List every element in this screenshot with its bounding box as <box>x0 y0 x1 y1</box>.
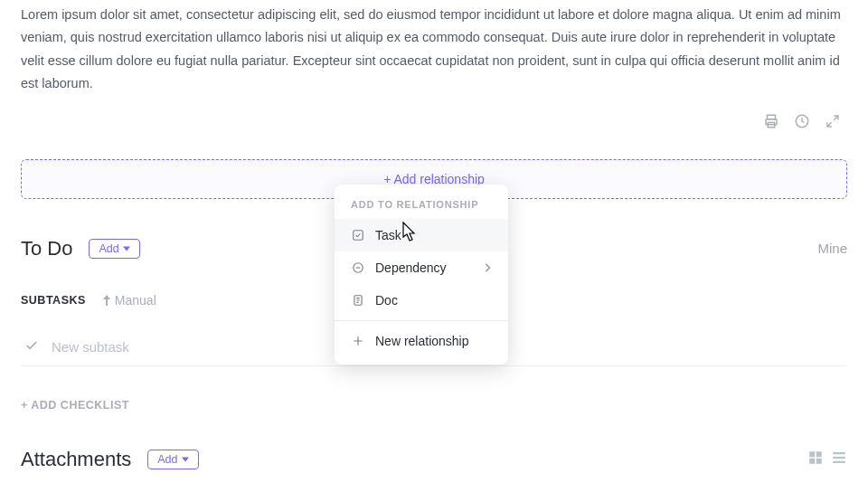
dropdown-header: ADD TO RELATIONSHIP <box>335 192 508 219</box>
todo-section-title: To Do <box>21 237 72 260</box>
dropdown-item-task-label: Task <box>375 228 401 242</box>
svg-rect-9 <box>833 456 845 458</box>
list-view-icon[interactable] <box>831 450 847 469</box>
todo-add-label: Add <box>99 242 118 255</box>
print-icon[interactable] <box>762 112 780 130</box>
arrow-up-icon <box>102 295 111 306</box>
attachments-add-button[interactable]: Add <box>147 450 198 469</box>
dependency-icon <box>351 261 364 275</box>
dropdown-item-doc[interactable]: Doc <box>335 284 508 317</box>
task-icon <box>351 229 364 242</box>
dropdown-item-dependency-label: Dependency <box>375 260 447 275</box>
svg-rect-8 <box>833 452 845 454</box>
grid-view-icon[interactable] <box>807 450 824 469</box>
task-description: Lorem ipsum dolor sit amet, consectetur … <box>21 4 847 96</box>
svg-rect-7 <box>816 458 822 463</box>
history-icon[interactable] <box>793 112 811 130</box>
doc-icon <box>351 294 364 308</box>
svg-rect-4 <box>809 451 815 457</box>
sort-manual[interactable]: Manual <box>102 293 156 308</box>
attachments-section-title: Attachments <box>21 448 131 471</box>
svg-rect-10 <box>833 460 845 462</box>
chevron-down-icon <box>182 456 189 463</box>
expand-icon[interactable] <box>824 112 842 130</box>
todo-add-button[interactable]: Add <box>89 239 139 259</box>
dropdown-item-new-relationship[interactable]: New relationship <box>335 325 508 357</box>
svg-rect-6 <box>809 458 815 463</box>
plus-icon <box>351 335 364 348</box>
dropdown-item-dependency[interactable]: Dependency <box>335 251 508 284</box>
attachments-add-label: Add <box>157 453 177 466</box>
sort-manual-label: Manual <box>115 293 156 308</box>
dropdown-item-task[interactable]: Task <box>335 219 508 251</box>
add-checklist-button[interactable]: + ADD CHECKLIST <box>21 399 847 412</box>
dropdown-item-new-relationship-label: New relationship <box>375 334 469 348</box>
svg-rect-5 <box>816 451 822 457</box>
chevron-down-icon <box>123 245 130 252</box>
check-icon <box>24 338 39 356</box>
dropdown-item-doc-label: Doc <box>375 293 398 308</box>
dropdown-divider <box>335 320 508 321</box>
chevron-right-icon <box>483 260 492 275</box>
mine-filter[interactable]: Mine <box>817 241 847 256</box>
relationship-dropdown: ADD TO RELATIONSHIP Task Dependency Doc … <box>335 185 508 365</box>
svg-rect-11 <box>353 231 363 241</box>
subtasks-heading: SUBTASKS <box>21 294 86 307</box>
